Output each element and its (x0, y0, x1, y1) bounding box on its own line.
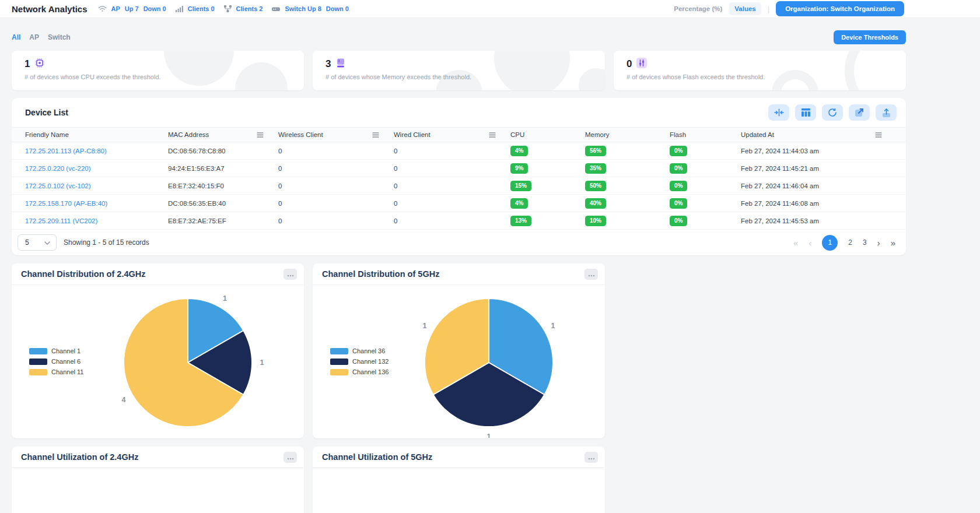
mac-address-cell: E8:E7:32:40:15:F0 (168, 182, 278, 189)
pie-value-label: 4 (122, 396, 126, 404)
flash-icon (636, 58, 647, 71)
decorative-shape (845, 51, 906, 90)
pie-chart-5ghz: Channel 36Channel 132Channel 136111 (313, 285, 605, 438)
updated-at-cell: Feb 27, 2024 11:45:21 am (741, 165, 875, 172)
device-name-link[interactable]: 172.25.0.220 (vc-220) (25, 165, 168, 172)
memory-badge: 35% (585, 163, 606, 174)
tab-all[interactable]: All (12, 33, 20, 41)
export-button[interactable] (876, 104, 897, 121)
memory-card-description: # of devices whose Memory exceeds the th… (326, 73, 592, 80)
collapse-icon (774, 108, 784, 117)
legend-swatch (330, 359, 348, 365)
more-options-button[interactable] (284, 269, 297, 280)
flash-badge: 0% (670, 163, 741, 174)
memory-badge: 10% (585, 216, 670, 226)
legend-item[interactable]: Channel 132 (330, 358, 388, 365)
status-item[interactable]: Switch Up 8Down 0 (272, 5, 348, 12)
columns-button[interactable] (795, 104, 816, 121)
pagination-bar: 5 Showing 1 - 5 of 15 records «‹123›» (12, 230, 906, 255)
status-text: Down 0 (144, 5, 166, 12)
pager-last-button[interactable]: » (891, 238, 895, 247)
organization-button[interactable]: Organization: Switch Organization (776, 1, 904, 16)
status-item[interactable]: Clients 2 (224, 5, 263, 12)
column-menu-button[interactable] (257, 132, 264, 138)
status-item[interactable]: APUp 7Down 0 (98, 5, 166, 12)
updated-at-cell: Feb 27, 2024 11:45:53 am (741, 217, 875, 224)
header-divider: | (768, 5, 769, 13)
toggle-percentage[interactable]: Percentage (%) (674, 5, 722, 12)
device-name-link[interactable]: 172.25.209.111 (VC202) (25, 217, 168, 224)
wireless-client-cell: 0 (278, 200, 394, 207)
status-text: Up 7 (125, 5, 139, 12)
ellipsis-icon (287, 453, 294, 462)
wired-client-cell: 0 (394, 182, 510, 189)
flash-badge: 0% (670, 181, 687, 191)
wireless-client-cell: 0 (278, 165, 394, 172)
page-size-select[interactable]: 5 (18, 234, 57, 251)
open-external-button[interactable] (849, 104, 870, 121)
legend-label: Channel 1 (51, 347, 80, 354)
pager-prev-button[interactable]: ‹ (808, 238, 811, 247)
table-row: 172.25.0.102 (vc-102)E8:E7:32:40:15:F000… (12, 177, 906, 195)
column-menu-button[interactable] (875, 132, 882, 138)
wireless-client-cell: 0 (278, 217, 394, 224)
legend-item[interactable]: Channel 6 (29, 358, 83, 365)
legend-item[interactable]: Channel 136 (330, 368, 388, 375)
column-label: MAC Address (168, 131, 209, 138)
pie-value-label: 1 (423, 322, 427, 330)
more-options-button[interactable] (284, 452, 297, 463)
channel-distribution-24ghz-card: Channel Distribution of 2.4GHz Channel 1… (12, 263, 304, 438)
legend-item[interactable]: Channel 1 (29, 347, 83, 354)
legend-label: Channel 36 (352, 347, 385, 354)
flash-card-description: # of devices whose Flash exceeds the thr… (626, 73, 893, 80)
memory-badge: 50% (585, 181, 606, 191)
utilization-row: Channel Utilization of 2.4GHz Channel Ut… (12, 447, 906, 513)
switch-icon (272, 6, 280, 12)
column-label: Flash (670, 131, 686, 138)
legend-item[interactable]: Channel 36 (330, 347, 388, 354)
wired-client-cell: 0 (394, 165, 510, 172)
column-menu-button[interactable] (372, 132, 379, 138)
pager-page-1[interactable]: 1 (822, 235, 838, 251)
device-thresholds-button[interactable]: Device Thresholds (834, 30, 906, 44)
updated-at-cell: Feb 27, 2024 11:46:04 am (741, 182, 875, 189)
refresh-button[interactable] (822, 104, 843, 121)
memory-badge: 35% (585, 163, 670, 174)
memory-badge: 40% (585, 198, 670, 209)
cpu-exceed-count: 1 (24, 58, 30, 70)
more-options-button[interactable] (584, 269, 598, 280)
legend-swatch (29, 359, 47, 365)
column-menu-button[interactable] (489, 132, 496, 138)
device-table-body: 172.25.201.113 (AP-C8:80)DC:08:56:78:C8:… (12, 142, 906, 230)
table-row: 172.25.209.111 (VC202)E8:E7:32:AE:75:EF0… (12, 212, 906, 230)
more-options-button[interactable] (584, 452, 598, 463)
pager-page-2[interactable]: 2 (848, 238, 852, 247)
pager-page-3[interactable]: 3 (863, 238, 867, 247)
summary-cards-row: 1 # of devices whose CPU exceeds the thr… (12, 51, 906, 90)
legend-item[interactable]: Channel 11 (29, 368, 83, 375)
status-text: Down 0 (326, 5, 349, 12)
flash-exceed-count: 0 (626, 58, 632, 70)
pager-first-button[interactable]: « (793, 238, 798, 247)
tab-switch[interactable]: Switch (48, 33, 71, 41)
device-name-link[interactable]: 172.25.158.170 (AP-EB:40) (25, 200, 168, 207)
flash-badge: 0% (670, 198, 687, 209)
pie-value-label: 1 (260, 359, 264, 367)
distribution-charts-row: Channel Distribution of 2.4GHz Channel 1… (12, 263, 906, 438)
collapse-button[interactable] (768, 104, 789, 121)
status-item[interactable]: Clients 0 (176, 5, 215, 12)
mac-address-cell: DC:08:56:35:EB:40 (168, 200, 278, 207)
menu-icon (875, 132, 882, 138)
device-name-link[interactable]: 172.25.0.102 (vc-102) (25, 182, 168, 189)
cpu-badge: 4% (510, 198, 528, 209)
toggle-values[interactable]: Values (729, 2, 761, 15)
tab-ap[interactable]: AP (29, 33, 39, 41)
memory-summary-card: 3 # of devices whose Memory exceeds the … (313, 51, 605, 90)
legend-label: Channel 136 (352, 368, 388, 375)
column-header-mac-address: MAC Address (168, 128, 278, 142)
device-name-link[interactable]: 172.25.201.113 (AP-C8:80) (25, 147, 168, 154)
legend-label: Channel 132 (352, 358, 388, 365)
wired-client-cell: 0 (394, 217, 510, 224)
column-header-wired-client: Wired Client (394, 128, 510, 142)
pager-next-button[interactable]: › (877, 238, 880, 247)
